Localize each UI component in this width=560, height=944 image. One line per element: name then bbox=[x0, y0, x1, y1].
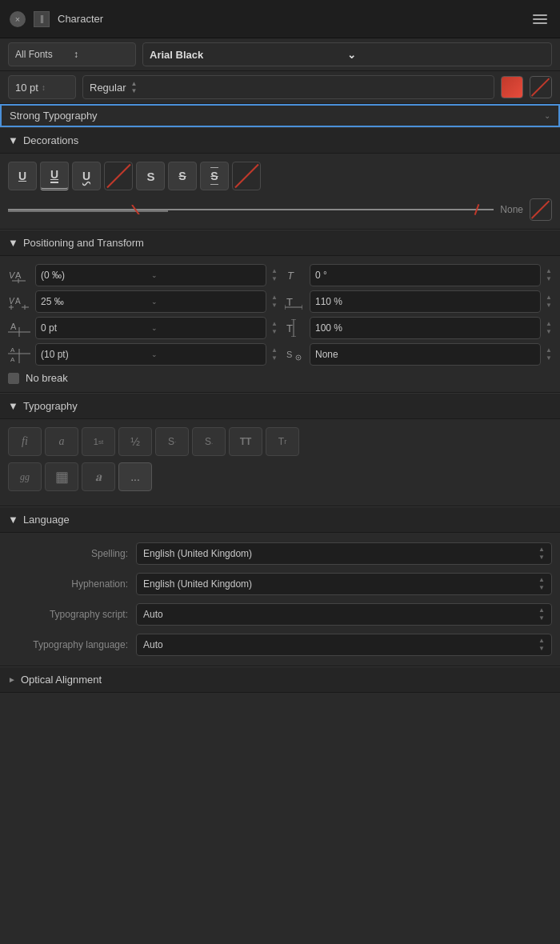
menu-button[interactable] bbox=[530, 11, 550, 27]
arrow-up-icon[interactable]: ▲ bbox=[271, 320, 278, 328]
svg-text:A: A bbox=[10, 322, 17, 331]
font-family-value: All Fonts bbox=[15, 49, 70, 60]
ordinal-button[interactable]: 1st bbox=[82, 427, 115, 456]
no-color-button[interactable] bbox=[530, 76, 552, 98]
typography-section-header[interactable]: ▼ Typography bbox=[0, 393, 560, 419]
no-break-row: No break bbox=[8, 372, 552, 384]
tracking-select[interactable]: 25 ‰ ⌄ bbox=[35, 290, 266, 313]
arrow-down-icon[interactable]: ▼ bbox=[546, 328, 552, 336]
baseline-arrows: ▲ ▼ bbox=[271, 320, 278, 335]
arrow-up-icon[interactable]: ▲ bbox=[546, 320, 552, 328]
wavy-underline-button[interactable]: U bbox=[72, 162, 101, 190]
style-preset-select[interactable]: Strong Typography bbox=[10, 110, 544, 122]
typo-language-select[interactable]: Auto ▲ ▼ bbox=[136, 634, 552, 656]
svg-text:S: S bbox=[286, 350, 292, 359]
allcaps-button[interactable]: TT bbox=[229, 427, 262, 456]
slant-row: T 0 ° ▲ ▼ bbox=[282, 264, 552, 286]
pause-icon: ‖ bbox=[40, 14, 44, 23]
hyphenation-arrows: ▲ ▼ bbox=[538, 576, 545, 591]
cursive-a-button[interactable]: 𝐚 bbox=[82, 462, 115, 491]
slant-input[interactable]: 0 ° bbox=[310, 264, 541, 286]
subscript-button[interactable]: S. bbox=[192, 427, 226, 456]
arrow-up-icon[interactable]: ▲ bbox=[546, 346, 552, 354]
font-style-select[interactable]: Regular ▲ ▼ bbox=[82, 75, 494, 99]
superscript-button[interactable]: S· bbox=[155, 427, 189, 456]
hscale-arrows: ▲ ▼ bbox=[546, 294, 552, 309]
leading-row: A A (10 pt) ⌄ ▲ ▼ bbox=[8, 343, 278, 366]
no-underline-button[interactable] bbox=[530, 198, 552, 221]
arrow-up-icon[interactable]: ▲ bbox=[271, 346, 278, 354]
font-name-select[interactable]: Arial Black ⌄ bbox=[142, 42, 552, 66]
arrow-up-icon: ▲ bbox=[538, 637, 545, 645]
menu-line bbox=[533, 18, 547, 20]
typo-script-select[interactable]: Auto ▲ ▼ bbox=[136, 603, 552, 626]
leading-icon: A A bbox=[8, 343, 30, 366]
vscale-row: T 100 % ▲ ▼ bbox=[282, 317, 552, 339]
hyphenation-select[interactable]: English (United Kingdom) ▲ ▼ bbox=[136, 573, 552, 595]
right-column: T 0 ° ▲ ▼ T bbox=[282, 264, 552, 366]
leading-select[interactable]: (10 pt) ⌄ bbox=[35, 343, 266, 366]
arrow-down-icon[interactable]: ▼ bbox=[546, 354, 552, 362]
baseline-row: A 0 pt ⌄ ▲ ▼ bbox=[8, 317, 278, 339]
stylistic-alt-button[interactable]: gg bbox=[8, 462, 42, 491]
snap-input[interactable]: None bbox=[310, 343, 541, 366]
no-break-checkbox[interactable] bbox=[8, 373, 19, 384]
tabular-figures-button[interactable]: ▦ bbox=[45, 462, 78, 491]
fraction-button[interactable]: ½ bbox=[118, 427, 152, 456]
arrow-up-icon[interactable]: ▲ bbox=[546, 267, 552, 275]
font-family-select[interactable]: All Fonts ↕ bbox=[8, 42, 136, 66]
language-section-header[interactable]: ▼ Language bbox=[0, 506, 560, 533]
italic-a-button[interactable]: a bbox=[45, 427, 78, 456]
chevron-icon: ⌄ bbox=[151, 324, 262, 332]
arrow-down-icon[interactable]: ▼ bbox=[546, 302, 552, 310]
vscale-arrows: ▲ ▼ bbox=[546, 320, 552, 335]
menu-line bbox=[533, 22, 547, 24]
tracking-arrows: ▲ ▼ bbox=[271, 294, 278, 309]
double-underline-label: U bbox=[50, 168, 58, 183]
arrow-down-icon[interactable]: ▼ bbox=[546, 275, 552, 283]
no-decoration-button[interactable] bbox=[104, 162, 133, 190]
section-label: Decorations bbox=[23, 134, 78, 146]
arrow-up-icon[interactable]: ▲ bbox=[271, 267, 278, 275]
chevron-down-icon: ⌄ bbox=[347, 49, 545, 61]
ligature-fi-button[interactable]: fi bbox=[8, 427, 42, 456]
arrow-down-icon[interactable]: ▼ bbox=[271, 328, 278, 336]
baseline-select[interactable]: 0 pt ⌄ bbox=[35, 317, 266, 339]
arrow-down-icon[interactable]: ▼ bbox=[271, 302, 278, 310]
kerning-select[interactable]: (0 ‰) ⌄ bbox=[35, 264, 266, 286]
underline-button[interactable]: U bbox=[8, 162, 37, 190]
arrow-down-icon[interactable]: ▼ bbox=[271, 275, 278, 283]
pause-button[interactable]: ‖ bbox=[34, 11, 50, 27]
smallcaps-button[interactable]: Tr bbox=[266, 427, 299, 456]
section-label: Optical Alignment bbox=[21, 674, 102, 686]
color-swatch[interactable] bbox=[501, 76, 523, 98]
snap-arrows: ▲ ▼ bbox=[546, 346, 552, 362]
chevron-icon: ⌄ bbox=[151, 350, 262, 358]
collapse-arrow-icon: ▼ bbox=[8, 134, 18, 146]
decorations-section-header[interactable]: ▼ Decorations bbox=[0, 127, 560, 154]
arrow-up-icon[interactable]: ▲ bbox=[271, 294, 278, 302]
no-strikethrough-button[interactable] bbox=[232, 162, 261, 190]
arrow-up-icon[interactable]: ▲ bbox=[546, 294, 552, 302]
more-button[interactable]: ... bbox=[118, 462, 152, 491]
strikethrough2-button[interactable]: S bbox=[168, 162, 197, 190]
optical-alignment-header[interactable]: ► Optical Alignment bbox=[0, 666, 560, 693]
strikethrough-button[interactable]: S bbox=[136, 162, 165, 190]
hyphenation-label: Hyphenation: bbox=[8, 578, 136, 590]
positioning-section-header[interactable]: ▼ Positioning and Transform bbox=[0, 230, 560, 256]
hscale-input[interactable]: 110 % bbox=[310, 290, 541, 313]
typo-script-row: Typography script: Auto ▲ ▼ bbox=[8, 603, 552, 626]
vscale-input[interactable]: 100 % bbox=[310, 317, 541, 339]
strikethrough3-button[interactable]: S bbox=[200, 162, 229, 190]
hscale-row: T 110 % ▲ ▼ bbox=[282, 290, 552, 313]
font-size-select[interactable]: 10 pt ↕ bbox=[8, 75, 76, 99]
svg-text:A: A bbox=[10, 356, 15, 363]
close-button[interactable]: × bbox=[10, 11, 26, 27]
arrow-down-icon[interactable]: ▼ bbox=[271, 354, 278, 362]
double-underline-button[interactable]: U bbox=[40, 162, 69, 190]
menu-line bbox=[533, 14, 547, 16]
typo-script-arrows: ▲ ▼ bbox=[538, 606, 545, 622]
spelling-select[interactable]: English (United Kingdom) ▲ ▼ bbox=[136, 542, 552, 565]
kerning-icon: V A bbox=[8, 264, 30, 286]
kerning-svg: V A bbox=[8, 266, 30, 284]
